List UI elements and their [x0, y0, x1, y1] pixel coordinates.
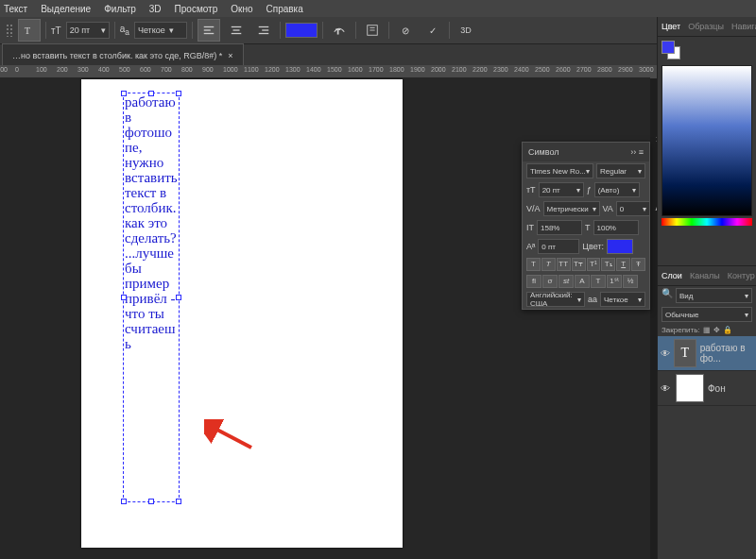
aa-label: aа: [588, 295, 597, 304]
text-orient-horizontal-icon[interactable]: T: [18, 19, 41, 42]
font-size-field[interactable]: 20 пт▾: [539, 182, 584, 197]
layers-panel: Слои Каналы Контур 🔍 Вид▾ Обычные▾ Закре…: [658, 265, 756, 408]
foreground-color[interactable]: [662, 41, 675, 54]
layer-filter-dropdown[interactable]: Вид▾: [676, 288, 752, 303]
tab-color[interactable]: Цвет: [662, 22, 680, 31]
separator: [45, 22, 46, 39]
fi-ligature-button[interactable]: fi: [526, 275, 541, 288]
warp-text-icon[interactable]: T: [328, 19, 351, 42]
tab-layers[interactable]: Слои: [662, 271, 682, 280]
character-panel[interactable]: Символ ›› ≡ Times New Ro...▾ Regular▾ тТ…: [522, 142, 650, 310]
panel-header[interactable]: Символ ›› ≡: [523, 143, 649, 161]
close-tab-icon[interactable]: ×: [228, 51, 232, 60]
resize-handle[interactable]: [176, 91, 181, 96]
cancel-icon[interactable]: ⊘: [394, 19, 417, 42]
kerning-field[interactable]: Метрически▾: [543, 201, 600, 216]
leading-icon: ƒ: [587, 185, 592, 195]
hue-slider[interactable]: [662, 218, 752, 226]
svg-text:T: T: [335, 28, 340, 35]
tab-paths[interactable]: Контур: [728, 271, 755, 280]
menu-help[interactable]: Справка: [266, 4, 303, 14]
bold-button[interactable]: T: [526, 258, 541, 271]
document-tab-bar: …но вставить текст в столбик. как это сд…: [0, 44, 756, 65]
collapse-icon[interactable]: ›› ≡: [630, 147, 644, 157]
char-color-swatch[interactable]: [607, 239, 633, 254]
menu-view[interactable]: Просмотр: [175, 4, 218, 14]
text-color-swatch[interactable]: [285, 23, 318, 38]
main-menu[interactable]: Текст Выделение Фильтр 3D Просмотр Окно …: [0, 0, 756, 17]
resize-handle[interactable]: [176, 295, 181, 300]
baseline-shift-field[interactable]: 0 пт: [538, 239, 579, 254]
grip-icon[interactable]: [6, 24, 13, 37]
document-title: …но вставить текст в столбик. как это сд…: [12, 51, 222, 60]
font-style-dropdown[interactable]: Regular▾: [596, 163, 645, 178]
text-box[interactable]: работаю в фотошопе, нужно вставить текст…: [123, 93, 180, 502]
ruler-mark: 2000: [431, 66, 446, 73]
resize-handle[interactable]: [121, 295, 127, 300]
align-right-icon[interactable]: [252, 19, 275, 42]
italic-button[interactable]: T: [541, 258, 556, 271]
layer-thumb[interactable]: T: [674, 339, 696, 367]
menu-select[interactable]: Выделение: [41, 4, 91, 14]
halfwidth-button[interactable]: ½: [623, 275, 638, 288]
ruler-mark: 600: [140, 66, 151, 73]
resize-handle[interactable]: [121, 91, 127, 96]
layer-name[interactable]: работаю в фо...: [700, 343, 753, 364]
resize-handle[interactable]: [176, 499, 181, 504]
document-tab[interactable]: …но вставить текст в столбик. как это сд…: [2, 43, 244, 65]
superscript-button[interactable]: T¹: [587, 258, 601, 271]
menu-text[interactable]: Текст: [4, 4, 27, 14]
tab-navigator[interactable]: Навига: [731, 22, 756, 31]
filter-icon[interactable]: 🔍: [662, 288, 673, 303]
strike-button[interactable]: Ŧ: [631, 258, 645, 271]
separator: [322, 22, 323, 39]
menu-filter[interactable]: Фильтр: [104, 4, 136, 14]
leading-field[interactable]: (Авто)▾: [594, 182, 640, 197]
vertical-scale-field[interactable]: 158%: [537, 220, 582, 235]
stylistic-button[interactable]: st: [558, 275, 574, 288]
font-size-input[interactable]: 20 пт▾: [66, 22, 110, 39]
lock-pixels-icon[interactable]: ▦: [703, 326, 711, 334]
layer-row-text[interactable]: 👁 T работаю в фо...: [658, 336, 756, 371]
character-panel-icon[interactable]: [361, 19, 384, 42]
fg-bg-colors[interactable]: [662, 41, 680, 59]
resize-handle[interactable]: [121, 499, 127, 504]
horizontal-scale-field[interactable]: 100%: [593, 220, 639, 235]
tracking-field[interactable]: 0▾: [616, 201, 650, 216]
ruler-mark: 1600: [348, 66, 363, 73]
ordinal-button[interactable]: σ: [542, 275, 558, 288]
smallcaps-button[interactable]: Tᴛ: [572, 258, 586, 271]
align-left-icon[interactable]: [198, 19, 220, 42]
layer-thumb[interactable]: [676, 374, 704, 402]
char-aa-dropdown[interactable]: Четкое▾: [600, 292, 645, 307]
language-dropdown[interactable]: Английский: США▾: [526, 292, 585, 307]
ruler-mark: 900: [202, 66, 214, 73]
menu-window[interactable]: Окно: [231, 4, 252, 14]
align-center-icon[interactable]: [225, 19, 248, 42]
lock-position-icon[interactable]: ✥: [713, 326, 720, 334]
tab-channels[interactable]: Каналы: [690, 271, 720, 280]
ruler-mark: 1400: [306, 66, 321, 73]
resize-handle[interactable]: [148, 91, 154, 96]
color-picker-field[interactable]: [662, 65, 752, 216]
menu-3d[interactable]: 3D: [149, 4, 162, 14]
font-family-dropdown[interactable]: Times New Ro...▾: [526, 163, 593, 178]
subscript-button[interactable]: T₁: [601, 258, 615, 271]
visibility-icon[interactable]: 👁: [661, 383, 672, 394]
layer-row-background[interactable]: 👁 Фон: [658, 371, 756, 406]
blend-mode-dropdown[interactable]: Обычные▾: [662, 307, 752, 322]
fraction-button[interactable]: 1ˢᵗ: [607, 275, 622, 288]
document-canvas[interactable]: работаю в фотошопе, нужно вставить текст…: [81, 79, 403, 548]
commit-icon[interactable]: ✓: [421, 19, 444, 42]
3d-icon[interactable]: 3D: [455, 19, 477, 42]
lock-all-icon[interactable]: 🔒: [723, 326, 732, 334]
titling-button[interactable]: T: [591, 275, 606, 288]
underline-button[interactable]: T: [616, 258, 630, 271]
layer-name[interactable]: Фон: [708, 383, 726, 394]
resize-handle[interactable]: [148, 499, 154, 504]
antialias-dropdown[interactable]: Четкое▾: [134, 22, 187, 39]
visibility-icon[interactable]: 👁: [661, 348, 670, 359]
tab-swatches[interactable]: Образцы: [688, 22, 724, 31]
allcaps-button[interactable]: TT: [557, 258, 571, 271]
swash-button[interactable]: A: [575, 275, 590, 288]
